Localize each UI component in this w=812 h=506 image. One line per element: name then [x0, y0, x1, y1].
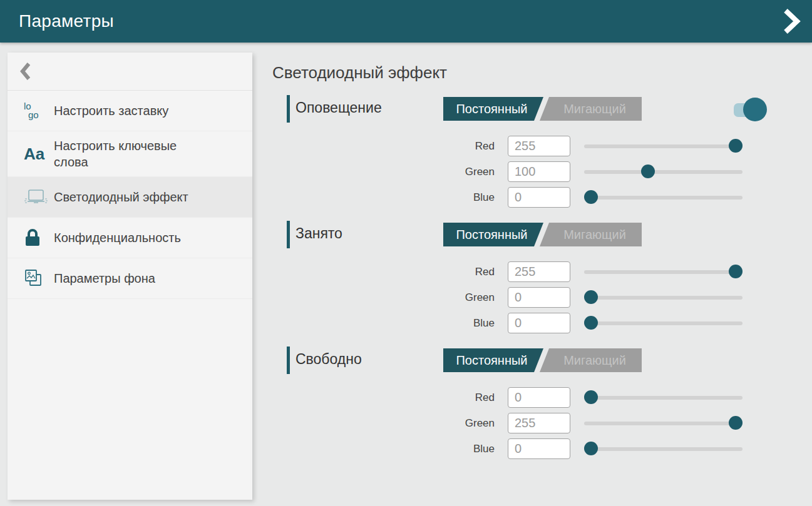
alert-blue-input[interactable]	[508, 187, 570, 208]
app-header: Параметры	[0, 0, 812, 43]
alert-mode-constant-button[interactable]: Постоянный	[443, 97, 540, 121]
busy-blue-slider[interactable]	[584, 313, 743, 333]
red-label: Red	[272, 392, 495, 404]
background-images-icon	[24, 268, 54, 288]
busy-red-slider[interactable]	[584, 261, 743, 282]
section-accent-bar	[287, 221, 290, 248]
free-red-input[interactable]	[508, 387, 570, 408]
green-label: Green	[272, 417, 495, 430]
red-label: Red	[272, 140, 495, 153]
monitor-icon	[24, 188, 54, 206]
sidebar-back-button[interactable]	[8, 53, 252, 91]
busy-mode-constant-button[interactable]: Постоянный	[443, 223, 540, 246]
section-accent-bar	[287, 95, 290, 123]
slider-track	[584, 144, 743, 148]
sidebar-item-label: Светодиодный эффект	[54, 189, 188, 205]
sidebar-item-label: Конфиденциальность	[54, 230, 181, 246]
sidebar-item-label: Настроить заставку	[54, 103, 168, 119]
sidebar-item-label: Параметры фона	[54, 270, 155, 286]
free-mode-constant-button[interactable]: Постоянный	[443, 348, 540, 372]
led-section-free: Свободно Постоянный Мигающий Red Green	[272, 347, 793, 459]
free-blue-slider[interactable]	[584, 438, 743, 459]
slider-thumb[interactable]	[584, 390, 598, 404]
section-name: Оповещение	[296, 99, 382, 116]
alert-blue-slider[interactable]	[584, 187, 743, 208]
alert-enabled-toggle[interactable]	[734, 98, 767, 121]
led-section-busy: Занято Постоянный Мигающий Red Green	[272, 221, 793, 333]
lock-icon	[24, 228, 54, 247]
sidebar-item-background[interactable]: Параметры фона	[8, 258, 252, 299]
slider-thumb[interactable]	[584, 190, 598, 204]
slider-track	[584, 170, 743, 174]
logo-icon: logo	[24, 102, 54, 120]
main-content: Светодиодный эффект Оповещение Постоянны…	[272, 53, 793, 472]
sidebar-item-privacy[interactable]: Конфиденциальность	[8, 218, 252, 258]
free-green-slider[interactable]	[584, 413, 743, 433]
section-accent-bar	[287, 347, 290, 374]
section-name: Свободно	[296, 351, 362, 368]
slider-thumb[interactable]	[641, 164, 655, 178]
sidebar-item-keywords[interactable]: Aa Настроить ключевые слова	[8, 131, 252, 177]
slider-thumb[interactable]	[729, 265, 743, 278]
red-label: Red	[272, 266, 495, 278]
slider-thumb[interactable]	[729, 416, 743, 430]
busy-green-input[interactable]	[508, 287, 570, 308]
alert-green-input[interactable]	[508, 161, 570, 182]
busy-red-input[interactable]	[508, 261, 570, 282]
main-title: Светодиодный эффект	[272, 63, 793, 83]
sidebar-item-label: Настроить ключевые слова	[54, 138, 201, 170]
alert-mode-blinking-button[interactable]: Мигающий	[548, 97, 642, 121]
forward-button[interactable]	[782, 9, 801, 34]
free-red-slider[interactable]	[584, 387, 743, 408]
sidebar-item-splash-screen[interactable]: logo Настроить заставку	[8, 91, 252, 131]
alert-red-input[interactable]	[508, 136, 570, 156]
slider-thumb[interactable]	[584, 442, 598, 455]
free-mode-blinking-button[interactable]: Мигающий	[548, 348, 642, 372]
slider-track	[584, 422, 743, 425]
slider-track	[584, 196, 743, 200]
slider-track	[584, 270, 743, 274]
busy-mode-control: Постоянный Мигающий	[443, 223, 642, 246]
slider-thumb[interactable]	[584, 290, 598, 304]
slider-thumb[interactable]	[729, 139, 743, 153]
free-mode-control: Постоянный Мигающий	[443, 348, 642, 372]
busy-mode-blinking-button[interactable]: Мигающий	[548, 223, 642, 246]
page-title: Параметры	[19, 11, 114, 31]
green-label: Green	[272, 166, 495, 178]
slider-thumb[interactable]	[584, 316, 598, 330]
busy-blue-input[interactable]	[508, 313, 570, 333]
green-label: Green	[272, 291, 495, 304]
alert-red-slider[interactable]	[584, 136, 743, 156]
slider-track	[584, 321, 743, 325]
slider-track	[584, 447, 743, 451]
blue-label: Blue	[272, 317, 495, 330]
busy-green-slider[interactable]	[584, 287, 743, 308]
slider-track	[584, 296, 743, 300]
led-section-alert: Оповещение Постоянный Мигающий Red Green	[272, 95, 793, 208]
sidebar: logo Настроить заставку Aa Настроить клю…	[8, 53, 252, 500]
alert-mode-control: Постоянный Мигающий	[443, 97, 642, 121]
free-blue-input[interactable]	[508, 438, 570, 459]
slider-track	[584, 396, 743, 400]
free-green-input[interactable]	[508, 413, 570, 433]
chevron-right-icon	[782, 9, 801, 34]
blue-label: Blue	[272, 191, 495, 204]
toggle-knob	[743, 98, 767, 121]
blue-label: Blue	[272, 443, 495, 455]
alert-green-slider[interactable]	[584, 161, 743, 182]
Aa-icon: Aa	[24, 144, 54, 164]
chevron-left-icon	[20, 63, 31, 80]
section-name: Занято	[296, 225, 342, 242]
sidebar-item-led-effect[interactable]: Светодиодный эффект	[8, 177, 252, 218]
